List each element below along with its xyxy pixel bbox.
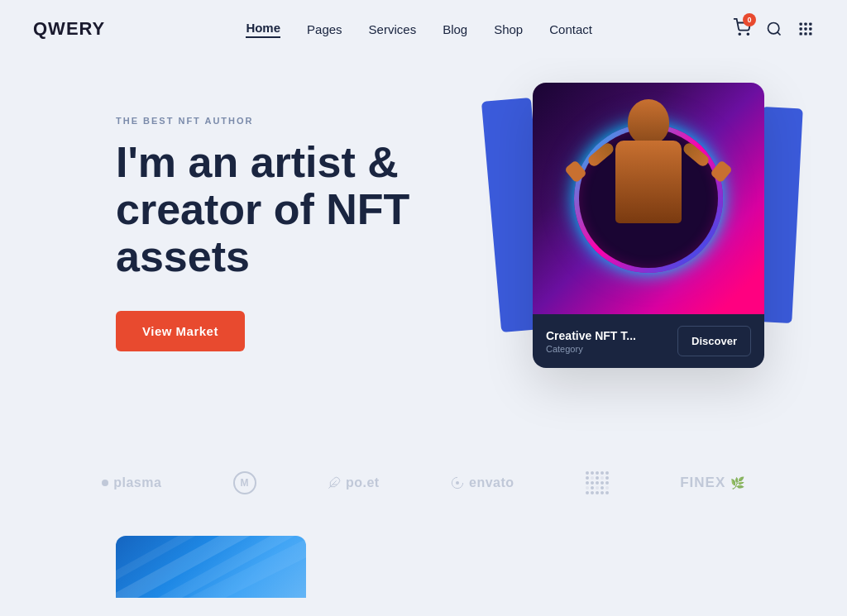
hero-title: I'm an artist &creator of NFTassets [116,139,430,281]
svg-rect-12 [809,32,811,35]
partner-coinmarketcap: M [233,471,256,494]
nav-services[interactable]: Services [369,22,417,36]
svg-point-0 [739,33,740,35]
cart-button[interactable]: 0 [733,18,751,40]
card-lines [116,536,306,598]
svg-point-15 [456,481,459,485]
nav-home[interactable]: Home [246,21,280,38]
partner-envato: envato [451,475,514,490]
envato-label: envato [469,475,514,490]
nft-card: Creative NFT T... Category Discover [533,83,764,368]
bottom-preview [0,519,847,598]
finex-leaf-icon: 🌿 [730,476,745,489]
grid-menu-button[interactable] [797,21,814,37]
plasma-dot-icon [102,480,108,486]
iota-icon [586,471,609,494]
partner-finex: FINEX 🌿 [680,475,745,491]
blue-card [116,536,306,598]
nft-card-wrapper: Creative NFT T... Category Discover [516,83,781,368]
header: QWERY Home Pages Services Blog Shop Cont… [0,0,847,58]
nft-card-category: Category [546,344,636,354]
main-nav: Home Pages Services Blog Shop Contact [246,21,592,38]
nav-shop[interactable]: Shop [494,22,523,36]
nav-blog[interactable]: Blog [443,22,467,36]
feather-icon [328,476,341,489]
svg-rect-9 [809,27,811,30]
svg-rect-4 [800,23,802,26]
grid-icon [797,21,814,37]
nft-card-info: Creative NFT T... Category Discover [533,314,764,368]
discover-button[interactable]: Discover [677,326,751,356]
hero-subtitle: THE BEST NFT AUTHOR [116,116,516,126]
svg-rect-7 [800,27,802,30]
hero-section: THE BEST NFT AUTHOR I'm an artist &creat… [0,58,847,438]
partner-iota [586,471,609,494]
svg-point-2 [768,23,779,34]
svg-rect-10 [800,32,802,35]
svg-rect-11 [804,32,806,35]
svg-rect-6 [809,23,811,26]
figure-arm-left [586,141,616,168]
finex-label: FINEX [680,475,725,491]
view-market-button[interactable]: View Market [116,311,245,351]
coinmarketcap-icon: M [233,471,256,494]
header-icons: 0 [733,18,814,40]
hero-text: THE BEST NFT AUTHOR I'm an artist &creat… [116,91,516,351]
partner-poet: po.et [328,475,380,490]
svg-rect-8 [804,27,806,30]
search-button[interactable] [766,21,782,37]
nft-card-image [533,83,764,314]
logo: QWERY [33,18,105,40]
svg-line-3 [778,32,781,36]
partner-plasma: plasma [102,475,161,490]
nav-contact[interactable]: Contact [549,22,592,36]
search-icon [766,21,782,37]
figure-silhouette [599,99,698,281]
nft-card-title: Creative NFT T... [546,329,636,342]
figure-head [628,99,669,145]
nft-card-text: Creative NFT T... Category [546,329,636,354]
poet-label: po.et [346,475,380,490]
svg-point-1 [747,33,749,35]
svg-rect-5 [804,23,806,26]
partners-section: plasma M po.et envato FINEX 🌿 [0,446,847,519]
figure-body [615,141,682,223]
cart-badge: 0 [743,13,756,26]
plasma-label: plasma [113,475,161,490]
nav-pages[interactable]: Pages [307,22,342,36]
envato-icon [451,476,464,489]
